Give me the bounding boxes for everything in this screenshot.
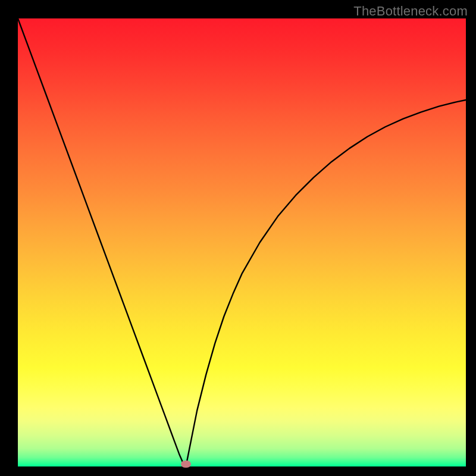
chart-frame: TheBottleneck.com — [0, 0, 476, 476]
plot-area — [18, 18, 466, 466]
bottleneck-curve — [18, 18, 466, 466]
optimum-marker — [181, 461, 191, 468]
watermark-text: TheBottleneck.com — [353, 4, 468, 19]
curve-svg — [18, 18, 466, 466]
